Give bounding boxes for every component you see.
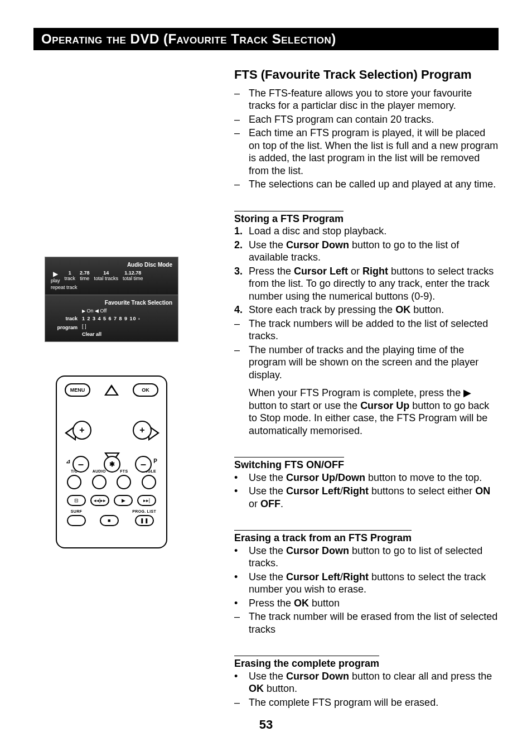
erasing-track-note: The track number will be erased from the… (249, 610, 499, 635)
remote-angle-button (142, 475, 156, 489)
storing-note-1: The track numbers will be added to the l… (249, 317, 499, 343)
erasing-track-item-2: Use the Cursor Left/Right buttons to sel… (249, 571, 499, 596)
subheading-erasing-track: Erasing a track from an FTS Program (234, 530, 412, 545)
remote-proglist-label: PROG. LIST (132, 509, 156, 513)
osd-more-icon: › (138, 316, 141, 321)
osd-illustration: Audio Disc Mode ▶ play 1 track 2.78 time (45, 257, 178, 342)
remote-prog-plus-button: + (133, 421, 152, 440)
osd-repeat-label: repeat track (51, 285, 172, 290)
osd-total-tracks-value: 14 (103, 270, 109, 276)
osd-time-value: 2.78 (80, 270, 90, 276)
erasing-program-note: The complete FTS program will be erased. (249, 696, 499, 709)
remote-tc-button (67, 475, 81, 489)
switching-item-1: Use the Cursor Up/Down button to move to… (249, 471, 499, 484)
remote-ok-label: OK (142, 387, 149, 393)
remote-fts-button (117, 475, 131, 489)
storing-step-4: Store each track by pressing the OK butt… (249, 304, 499, 316)
osd-fts-onoff: On ◀ Off (87, 308, 107, 314)
storing-final-note: When your FTS Program is complete, press… (249, 387, 499, 437)
osd-total-time-value: 1.12.78 (124, 270, 141, 276)
osd-time-label: time (80, 276, 89, 281)
remote-vol-plus-button: + (72, 421, 91, 440)
remote-surf-button (67, 515, 86, 526)
play-icon: ▶ (53, 270, 58, 278)
erasing-track-item-1: Use the Cursor Down button to go to list… (249, 545, 499, 570)
osd-fts-title: Favourite Track Selection (51, 300, 172, 306)
remote-up-arrow-icon (104, 384, 119, 396)
right-column: FTS (Favourite Track Selection) Program … (234, 67, 499, 710)
osd-panel-audio-disc: Audio Disc Mode ▶ play 1 track 2.78 time (45, 257, 178, 295)
subheading-storing: Storing a FTS Program (234, 211, 344, 225)
osd-total-time-label: total time (123, 276, 143, 281)
remote-ok-button: OK (133, 383, 158, 397)
remote-menu-button: MENU (65, 383, 90, 397)
remote-p-label: P (153, 458, 157, 464)
erasing-track-item-3: Press the OK button (249, 597, 499, 610)
intro-item-2: Each FTS program can contain 20 tracks. (249, 113, 499, 126)
left-column: Audio Disc Mode ▶ play 1 track 2.78 time (33, 67, 217, 710)
section-heading-fts: FTS (Favourite Track Selection) Program (234, 67, 499, 83)
storing-step-2: Use the Cursor Down button to go to the … (249, 239, 499, 264)
remote-subtitle-button: ⊟ (67, 495, 86, 506)
remote-prog-minus-button: – (135, 456, 152, 473)
osd-track-value: 1 (69, 270, 71, 276)
remote-stop-button: ■ (100, 515, 119, 526)
osd-track-label: track (65, 276, 76, 281)
remote-vol-minus-button: – (72, 456, 89, 473)
osd-fts-program-value: [ ] (82, 324, 172, 329)
osd-fts-clear-all: Clear all (82, 331, 172, 337)
remote-surf-label: SURF (71, 509, 82, 513)
storing-note-2: The number of tracks and the playing tim… (249, 344, 499, 382)
osd-total-tracks-label: total tracks (94, 276, 119, 281)
storing-step-3: Press the Cursor Left or Right buttons t… (249, 265, 499, 303)
erasing-track-list: •Use the Cursor Down button to go to lis… (234, 545, 499, 636)
osd-fts-program-label: program (51, 325, 78, 330)
remote-pause-button: ❚❚ (135, 515, 154, 526)
switching-list: •Use the Cursor Up/Down button to move t… (234, 471, 499, 511)
remote-illustration: MENU OK + + – ✱ – ⊿ P T/C AUDIO FTS ANG (56, 375, 167, 548)
intro-item-3: Each time an FTS program is played, it w… (249, 127, 499, 177)
remote-skip-button: ▸▸| (137, 495, 156, 506)
page-title-bar: Operating the DVD (Favourite Track Selec… (33, 28, 499, 50)
storing-step-1: Load a disc and stop playback. (249, 225, 499, 238)
osd-audio-mode-title: Audio Disc Mode (51, 262, 172, 268)
page-title: Operating the DVD (Favourite Track Selec… (41, 31, 336, 46)
subheading-erasing-program: Erasing the complete program (234, 656, 379, 670)
page-number: 53 (33, 718, 499, 732)
subheading-switching: Switching FTS ON/OFF (234, 457, 344, 471)
remote-mute-button: ✱ (104, 456, 120, 473)
intro-item-4: The selections can be called up and play… (249, 178, 499, 191)
remote-play-button: ▶ (114, 495, 133, 506)
switching-item-2: Use the Cursor Left/Right buttons to sel… (249, 485, 499, 510)
remote-audio-button (92, 475, 107, 489)
remote-blank-label (109, 509, 110, 513)
remote-vol-label: ⊿ (66, 458, 70, 464)
erasing-program-item-1: Use the Cursor Down button to clear all … (249, 670, 499, 695)
intro-list: –The FTS-feature allows you to store you… (234, 87, 499, 191)
remote-menu-label: MENU (70, 387, 85, 393)
storing-list: 1.Load a disc and stop playback. 2.Use t… (234, 225, 499, 381)
osd-fts-track-label: track (51, 316, 78, 321)
remote-dpad: + + – ✱ – ⊿ P (65, 402, 159, 464)
osd-play-label: play (51, 278, 60, 283)
osd-onoff-cursor-icon: ▶ (82, 309, 85, 314)
osd-panel-fts: Favourite Track Selection track program … (45, 295, 178, 341)
erasing-program-list: •Use the Cursor Down button to clear all… (234, 670, 499, 709)
intro-item-1: The FTS-feature allows you to store your… (249, 87, 499, 112)
remote-audio-label: AUDIO (93, 469, 106, 473)
remote-fts-label: FTS (120, 469, 128, 473)
remote-rewind-button: ◂◂|▸▸ (90, 495, 109, 506)
osd-fts-track-numbers: 1 2 3 4 5 6 7 8 9 10 (82, 316, 137, 321)
